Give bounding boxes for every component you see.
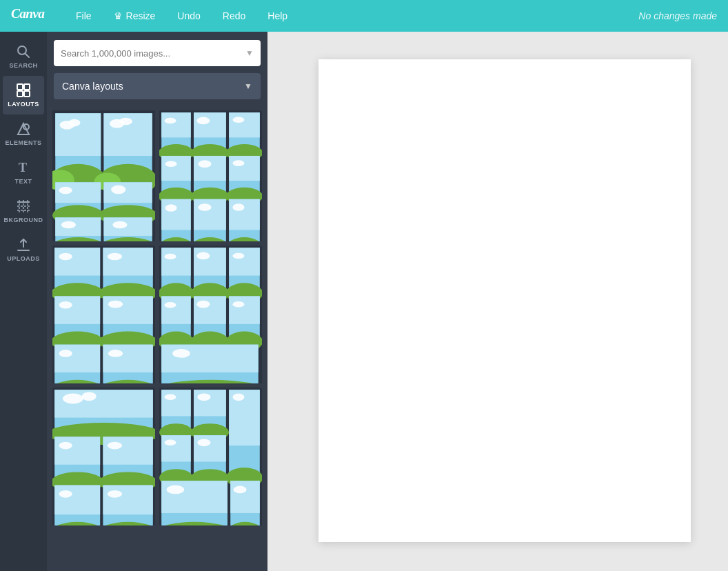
svg-rect-173 — [161, 435, 191, 461]
svg-rect-152 — [54, 485, 100, 515]
svg-rect-48 — [161, 112, 191, 137]
svg-point-94 — [59, 301, 72, 309]
background-label: BKGROUND — [4, 217, 43, 223]
svg-point-98 — [108, 301, 123, 308]
svg-rect-110 — [161, 248, 191, 275]
svg-rect-5 — [17, 91, 23, 97]
svg-rect-105 — [103, 345, 152, 372]
svg-rect-3 — [17, 84, 23, 90]
svg-point-65 — [198, 160, 211, 168]
layout-dropdown-label: Canva layouts — [62, 81, 123, 92]
svg-rect-56 — [229, 112, 260, 137]
sidebar-item-text[interactable]: T TEXT — [3, 153, 44, 192]
svg-rect-89 — [103, 248, 152, 275]
svg-point-90 — [108, 253, 122, 261]
svg-point-157 — [108, 490, 122, 498]
uploads-icon — [16, 237, 31, 252]
text-label: TEXT — [14, 178, 32, 185]
svg-rect-68 — [229, 156, 260, 181]
svg-rect-64 — [194, 156, 226, 181]
svg-rect-181 — [161, 481, 228, 513]
svg-rect-101 — [54, 345, 100, 372]
svg-rect-97 — [103, 296, 152, 323]
svg-rect-165 — [194, 390, 226, 416]
layout-dropdown[interactable]: Canva layouts ▼ — [54, 73, 261, 99]
svg-point-153 — [59, 490, 72, 498]
canvas-page — [318, 59, 691, 542]
resize-menu[interactable]: ♛ Resize — [110, 8, 160, 24]
layout-card[interactable] — [52, 388, 155, 525]
svg-rect-19 — [55, 113, 101, 156]
svg-point-115 — [196, 252, 210, 260]
resize-icon: ♛ — [114, 10, 123, 21]
svg-point-111 — [164, 254, 176, 260]
svg-rect-156 — [103, 485, 152, 515]
svg-rect-114 — [194, 248, 226, 275]
svg-rect-43 — [104, 217, 152, 236]
svg-point-44 — [112, 221, 127, 229]
layout-dropdown-arrow: ▼ — [244, 81, 252, 91]
image-search-box[interactable]: ▼ — [54, 40, 261, 66]
text-icon: T — [16, 160, 31, 175]
svg-rect-144 — [54, 437, 100, 464]
layout-card[interactable] — [159, 246, 262, 383]
svg-point-145 — [59, 442, 72, 450]
image-search-input[interactable] — [61, 48, 240, 59]
svg-point-69 — [232, 160, 244, 166]
search-label: SEARCH — [9, 62, 37, 69]
undo-button[interactable]: Undo — [173, 8, 204, 24]
svg-point-36 — [111, 186, 125, 194]
svg-point-77 — [198, 203, 211, 211]
svg-rect-80 — [229, 199, 260, 230]
layout-row — [52, 388, 262, 525]
svg-rect-85 — [54, 248, 100, 275]
svg-point-127 — [196, 301, 210, 308]
svg-point-131 — [232, 301, 244, 308]
svg-rect-6 — [24, 91, 30, 97]
svg-rect-134 — [161, 345, 258, 372]
svg-point-166 — [197, 394, 210, 401]
redo-button[interactable]: Redo — [219, 8, 250, 24]
svg-point-186 — [233, 486, 246, 494]
layouts-label: LAYOUTS — [8, 101, 39, 108]
svg-point-162 — [164, 394, 176, 401]
svg-point-141 — [82, 392, 97, 401]
svg-rect-35 — [104, 182, 152, 203]
layout-row — [52, 110, 262, 241]
uploads-label: UPLOADS — [7, 255, 40, 262]
layout-card[interactable] — [159, 110, 262, 241]
canvas-area — [267, 32, 728, 571]
svg-point-123 — [164, 302, 176, 308]
svg-rect-177 — [194, 435, 226, 461]
svg-rect-76 — [194, 199, 226, 230]
search-dropdown-arrow[interactable]: ▼ — [245, 48, 254, 58]
panel-header: ▼ Canva layouts ▼ — [47, 32, 267, 106]
svg-point-174 — [164, 440, 176, 446]
svg-point-149 — [108, 442, 122, 450]
svg-point-61 — [165, 161, 177, 167]
sidebar-item-elements[interactable]: ELEMENTS — [3, 114, 44, 153]
sidebar-item-uploads[interactable]: UPLOADS — [3, 230, 44, 269]
status-text: No changes made — [638, 10, 717, 21]
svg-point-27 — [119, 118, 132, 126]
svg-rect-130 — [229, 296, 260, 323]
svg-rect-39 — [55, 217, 101, 236]
svg-point-53 — [196, 117, 210, 125]
svg-rect-93 — [54, 296, 100, 323]
layout-card[interactable] — [52, 246, 155, 383]
sidebar-item-background[interactable]: BKGROUND — [3, 192, 44, 230]
file-menu[interactable]: File — [72, 8, 96, 24]
help-menu[interactable]: Help — [263, 8, 292, 24]
svg-point-178 — [197, 439, 210, 446]
search-icon — [16, 44, 31, 59]
svg-rect-148 — [103, 437, 152, 464]
elements-icon — [16, 121, 31, 137]
svg-rect-118 — [229, 248, 260, 275]
layout-card[interactable] — [159, 388, 262, 525]
svg-rect-72 — [161, 199, 191, 230]
sidebar-item-search[interactable]: SEARCH — [3, 37, 44, 76]
layout-card[interactable] — [52, 110, 155, 241]
sidebar-item-layouts[interactable]: LAYOUTS — [3, 76, 44, 114]
svg-rect-60 — [161, 156, 191, 181]
svg-point-170 — [232, 394, 244, 401]
